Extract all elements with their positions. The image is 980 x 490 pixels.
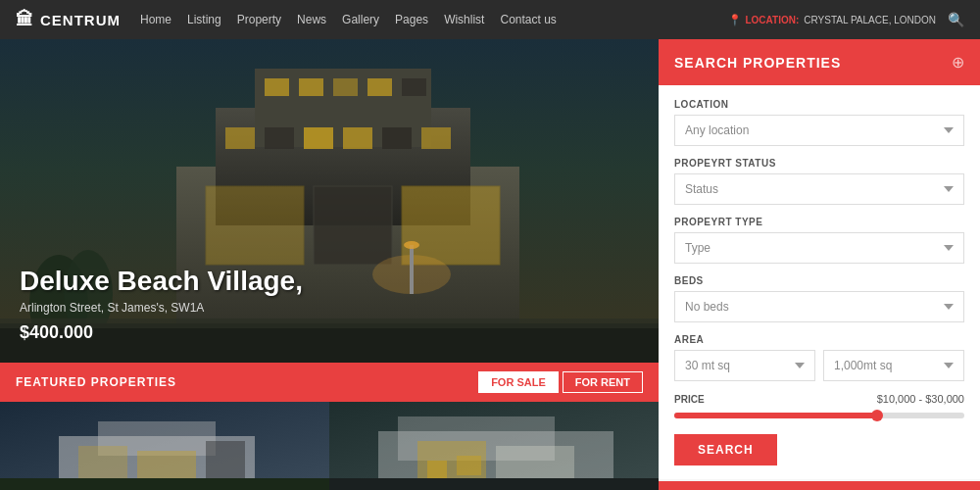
main-content: Deluxe Beach Village, Arlington Street, … — [0, 39, 980, 490]
property-cards — [0, 402, 659, 490]
type-group: PROPEYRT TYPE Type — [674, 217, 964, 264]
right-panel: SEARCH PROPERTIES ⊕ LOCATION Any locatio… — [659, 39, 980, 490]
nav-pages[interactable]: Pages — [395, 13, 428, 26]
svg-rect-12 — [265, 127, 294, 149]
svg-rect-38 — [457, 456, 481, 475]
logo-text: CENTRUM — [40, 12, 121, 28]
svg-rect-36 — [496, 446, 574, 480]
svg-rect-29 — [137, 451, 196, 480]
svg-rect-10 — [402, 78, 426, 96]
price-group: PRICE $10,000 - $30,000 — [674, 393, 964, 418]
area-min-select[interactable]: 30 mt sq — [674, 350, 815, 381]
nav-home[interactable]: Home — [140, 13, 172, 26]
logo[interactable]: 🏛 CENTRUM — [16, 10, 121, 30]
type-select[interactable]: Type — [674, 232, 964, 264]
price-row: PRICE $10,000 - $30,000 — [674, 393, 964, 405]
nearby-header: PROPERTIES NEAR TO YOU ⊕ — [659, 481, 980, 490]
price-slider-fill — [674, 413, 877, 418]
price-slider[interactable] — [674, 413, 964, 418]
logo-icon: 🏛 — [16, 10, 34, 30]
svg-rect-16 — [421, 127, 451, 149]
svg-rect-17 — [206, 186, 304, 265]
tab-for-sale[interactable]: FOR SALE — [478, 371, 559, 393]
beds-group: BEDS No beds — [674, 275, 964, 322]
nav-property[interactable]: Property — [237, 13, 281, 26]
nav-right: 📍 LOCATION: CRYSTAL PALACE, LONDON 🔍 — [728, 12, 964, 27]
price-label: PRICE — [674, 394, 705, 405]
location-display: 📍 LOCATION: CRYSTAL PALACE, LONDON — [728, 14, 936, 26]
svg-rect-18 — [314, 186, 392, 265]
status-select[interactable]: Status — [674, 173, 964, 205]
location-label: LOCATION — [674, 99, 964, 110]
svg-rect-28 — [78, 446, 127, 480]
location-group: LOCATION Any location — [674, 99, 964, 146]
nav-listing[interactable]: Listing — [187, 13, 221, 26]
area-row: 30 mt sq 1,000mt sq — [674, 350, 964, 381]
search-header: SEARCH PROPERTIES ⊕ — [659, 39, 980, 85]
location-label: LOCATION: — [745, 15, 799, 25]
area-max-select[interactable]: 1,000mt sq — [823, 350, 964, 381]
area-group: AREA 30 mt sq 1,000mt sq — [674, 334, 964, 381]
price-slider-handle[interactable] — [871, 410, 883, 421]
left-section: Deluxe Beach Village, Arlington Street, … — [0, 39, 659, 490]
tab-buttons: FOR SALE FOR RENT — [478, 371, 643, 393]
property-card-1[interactable] — [0, 402, 329, 490]
nav-links: Home Listing Property News Gallery Pages… — [140, 13, 557, 26]
property-card-2[interactable] — [329, 402, 659, 490]
svg-rect-31 — [0, 478, 329, 490]
status-group: PROPEYRT STATUS Status — [674, 158, 964, 205]
svg-rect-8 — [333, 78, 358, 96]
nav-gallery[interactable]: Gallery — [342, 13, 379, 26]
location-value: CRYSTAL PALACE, LONDON — [804, 15, 936, 25]
search-button[interactable]: SEARCH — [674, 434, 777, 466]
nav-contact[interactable]: Contact us — [500, 13, 556, 26]
svg-rect-30 — [206, 441, 245, 480]
search-header-title: SEARCH PROPERTIES — [674, 55, 841, 71]
card-1-image — [0, 402, 329, 490]
svg-rect-13 — [304, 127, 333, 149]
search-header-icon: ⊕ — [952, 53, 964, 72]
hero-price: $400.000 — [20, 322, 303, 343]
status-label: PROPEYRT STATUS — [674, 158, 964, 169]
svg-rect-7 — [299, 78, 323, 96]
svg-rect-6 — [265, 78, 289, 96]
svg-rect-15 — [382, 127, 412, 149]
svg-rect-11 — [225, 127, 255, 149]
search-icon[interactable]: 🔍 — [948, 12, 964, 27]
tab-for-rent[interactable]: FOR RENT — [563, 371, 643, 393]
navbar: 🏛 CENTRUM Home Listing Property News Gal… — [0, 0, 980, 39]
svg-point-22 — [404, 241, 419, 249]
hero-title: Deluxe Beach Village, — [20, 266, 303, 297]
svg-rect-39 — [329, 478, 659, 490]
svg-rect-9 — [368, 78, 392, 96]
svg-rect-21 — [410, 245, 414, 294]
nav-news[interactable]: News — [297, 13, 326, 26]
area-label: AREA — [674, 334, 964, 345]
hero-address: Arlington Street, St James's, SW1A — [20, 301, 303, 315]
hero-text: Deluxe Beach Village, Arlington Street, … — [20, 266, 303, 343]
location-select[interactable]: Any location — [674, 115, 964, 146]
beds-label: BEDS — [674, 275, 964, 286]
type-label: PROPEYRT TYPE — [674, 217, 964, 227]
price-range: $10,000 - $30,000 — [877, 393, 964, 405]
hero-section: Deluxe Beach Village, Arlington Street, … — [0, 39, 659, 363]
nav-wishlist[interactable]: Wishlist — [444, 13, 484, 26]
svg-rect-37 — [427, 461, 447, 478]
svg-rect-19 — [402, 186, 500, 265]
card-2-image — [329, 402, 659, 490]
svg-rect-14 — [343, 127, 372, 149]
featured-label: FEATURED PROPERTIES — [16, 375, 176, 389]
beds-select[interactable]: No beds — [674, 291, 964, 322]
search-body: LOCATION Any location PROPEYRT STATUS St… — [659, 85, 980, 479]
featured-bar: FEATURED PROPERTIES FOR SALE FOR RENT — [0, 363, 659, 402]
